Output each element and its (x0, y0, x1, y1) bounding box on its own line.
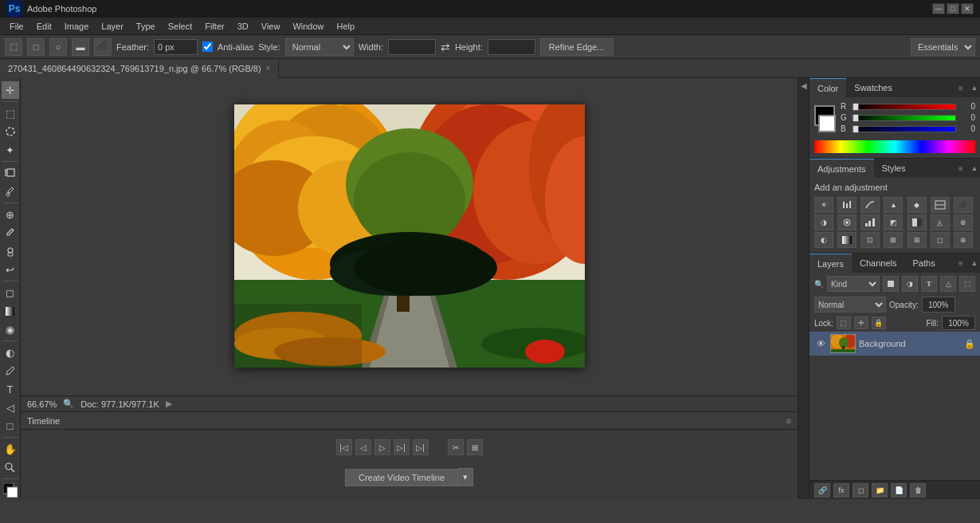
color-spectrum[interactable] (814, 140, 975, 153)
menu-select[interactable]: Select (162, 20, 199, 33)
exposure-icon[interactable]: ▲ (884, 197, 903, 213)
lock-pixels-icon[interactable]: ⬚ (837, 317, 851, 329)
ellipse-marquee-btn[interactable]: ○ (49, 38, 67, 56)
refine-edge-button[interactable]: Refine Edge... (540, 38, 613, 56)
height-input[interactable] (488, 39, 535, 55)
curves-icon[interactable] (860, 197, 880, 213)
background-layer-row[interactable]: 👁 Background 🔒 (809, 332, 980, 356)
collapse-panels-button[interactable]: ◀ (801, 78, 807, 93)
tab-color[interactable]: Color (809, 78, 846, 97)
green-slider[interactable] (852, 115, 956, 121)
menu-help[interactable]: Help (331, 20, 362, 33)
step-back-btn[interactable]: ◁ (355, 439, 371, 455)
new-group-button[interactable]: 📁 (872, 483, 888, 497)
dodge-tool[interactable]: ◐ (2, 344, 19, 361)
layer-fx-button[interactable]: fx (833, 483, 849, 497)
tab-adjustments[interactable]: Adjustments (809, 159, 874, 178)
pattern-fill-icon[interactable]: ⊞ (907, 232, 927, 248)
gradient-tool[interactable] (2, 302, 19, 320)
status-arrow[interactable]: ▶ (166, 399, 172, 409)
stamp-tool[interactable] (2, 242, 19, 260)
workspace-select[interactable]: Essentials Design Motion Painting (911, 38, 975, 56)
menu-edit[interactable]: Edit (30, 20, 58, 33)
go-to-first-frame-btn[interactable]: |◁ (336, 439, 352, 455)
new-layer-button[interactable]: 📄 (891, 483, 907, 497)
move-tool[interactable]: ✛ (2, 81, 19, 99)
layer-filter-shape-icon[interactable]: △ (940, 276, 956, 292)
swap-icon[interactable]: ⇄ (441, 41, 450, 53)
tool-options-icon[interactable]: ⬚ (5, 38, 22, 56)
tab-paths[interactable]: Paths (905, 254, 943, 273)
single-col-btn[interactable]: ⬛ (94, 38, 112, 56)
solidcolor-icon[interactable]: ⊡ (860, 232, 880, 248)
link-layers-button[interactable]: 🔗 (814, 483, 830, 497)
vibrance-icon[interactable]: ◆ (907, 197, 927, 213)
menu-filter[interactable]: Filter (198, 20, 230, 33)
lasso-tool[interactable] (2, 123, 19, 140)
lock-position-icon[interactable]: ✛ (854, 317, 868, 329)
layer-filter-adj-icon[interactable]: ◑ (902, 276, 918, 292)
red-slider[interactable] (852, 104, 956, 110)
menu-view[interactable]: View (255, 20, 287, 33)
layers-kind-select[interactable]: Kind (827, 276, 880, 292)
layer-filter-pixel-icon[interactable] (883, 276, 899, 292)
style-select[interactable]: Normal Fixed Ratio Fixed Size (285, 38, 354, 56)
adjustments-collapse-icon[interactable]: ▲ (969, 163, 980, 174)
maximize-button[interactable]: □ (947, 3, 959, 14)
pen-tool[interactable] (2, 362, 19, 379)
healing-tool[interactable]: ⊕ (2, 206, 19, 223)
brush-tool[interactable] (2, 224, 19, 242)
eyedropper-tool[interactable] (2, 183, 19, 200)
timeline-collapse-icon[interactable]: ≡ (786, 416, 791, 426)
close-button[interactable]: ✕ (961, 3, 974, 14)
hand-tool[interactable]: ✋ (2, 440, 19, 458)
menu-window[interactable]: Window (286, 20, 330, 33)
blend-mode-select[interactable]: Normal Multiply Screen Overlay (814, 297, 886, 313)
play-btn[interactable]: ▷ (374, 439, 390, 455)
posterize-icon[interactable]: ◬ (931, 214, 950, 230)
anti-alias-checkbox[interactable] (202, 41, 213, 52)
colorlookup-icon[interactable]: ◩ (884, 214, 903, 230)
tab-styles[interactable]: Styles (874, 159, 914, 178)
tab-close-button[interactable]: × (266, 64, 271, 73)
menu-3d[interactable]: 3D (231, 20, 255, 33)
minimize-button[interactable]: — (932, 3, 945, 14)
menu-type[interactable]: Type (130, 20, 162, 33)
layer-filter-text-icon[interactable]: T (921, 276, 937, 292)
layers-panel-menu-icon[interactable]: ≡ (953, 255, 969, 271)
layers-collapse-icon[interactable]: ▲ (969, 258, 980, 269)
foreground-color[interactable] (2, 482, 19, 499)
gradientmap-icon[interactable] (837, 232, 857, 248)
title-bar-controls[interactable]: — □ ✕ (932, 3, 974, 14)
menu-image[interactable]: Image (58, 20, 96, 33)
invert-icon[interactable] (907, 214, 927, 230)
split-btn[interactable]: ⊞ (467, 439, 483, 455)
threshold-icon[interactable]: ⊗ (954, 214, 973, 230)
bw-icon[interactable]: ◑ (814, 214, 833, 230)
color-panel-collapse-icon[interactable]: ▲ (969, 82, 980, 93)
document-tab[interactable]: 270431_460864490632324_769613719_n.jpg @… (0, 59, 279, 78)
new-mask-button[interactable]: ◻ (853, 483, 868, 497)
levels-icon[interactable] (837, 197, 857, 213)
menu-file[interactable]: File (3, 20, 30, 33)
step-forward-btn[interactable]: ▷| (394, 439, 410, 455)
colorbalance-icon[interactable]: ⬛ (954, 197, 973, 213)
gradient-fill-icon[interactable]: ⊠ (884, 232, 903, 248)
text-tool[interactable]: T (2, 380, 19, 398)
selectivecolor-icon[interactable]: ◐ (814, 232, 833, 248)
opacity-input[interactable] (922, 297, 955, 313)
tab-layers[interactable]: Layers (809, 254, 852, 273)
color-panel-menu-icon[interactable]: ≡ (953, 80, 969, 96)
delete-layer-button[interactable]: 🗑 (910, 483, 926, 497)
width-input[interactable] (388, 39, 436, 55)
path-tool[interactable]: ◁ (2, 399, 19, 416)
marquee-tool[interactable]: ⬚ (2, 104, 19, 122)
blue-slider[interactable] (852, 126, 956, 132)
history-brush-tool[interactable]: ↩ (2, 261, 19, 278)
rect-marquee-btn[interactable]: □ (27, 38, 45, 56)
shape-tool[interactable]: □ (2, 417, 19, 435)
magic-wand-tool[interactable]: ✦ (2, 141, 19, 159)
fill-input[interactable] (942, 316, 975, 330)
create-video-timeline-button[interactable]: Create Video Timeline (345, 469, 458, 486)
adjustments-panel-menu-icon[interactable]: ≡ (953, 160, 969, 176)
